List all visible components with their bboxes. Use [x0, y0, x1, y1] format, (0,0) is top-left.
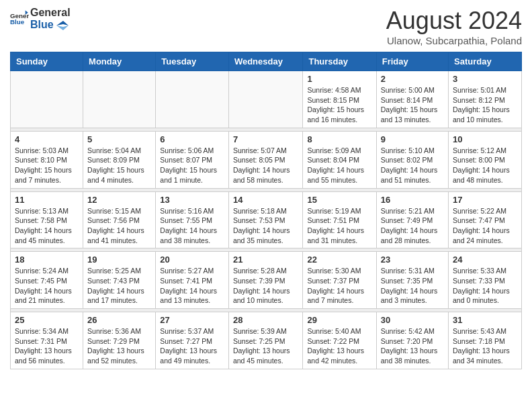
calendar-cell: 28Sunrise: 5:39 AMSunset: 7:25 PMDayligh… — [228, 312, 303, 369]
day-info: Sunrise: 5:30 AMSunset: 7:37 PMDaylight:… — [307, 266, 371, 306]
day-number: 29 — [307, 315, 371, 325]
title-block: August 2024 Ulanow, Subcarpathia, Poland — [386, 7, 522, 46]
day-number: 1 — [307, 74, 371, 84]
day-info: Sunrise: 5:03 AMSunset: 8:10 PMDaylight:… — [15, 146, 79, 185]
day-number: 11 — [15, 195, 79, 205]
calendar-cell: 21Sunrise: 5:28 AMSunset: 7:39 PMDayligh… — [228, 252, 303, 309]
day-number: 8 — [307, 134, 371, 144]
calendar-cell: 2Sunrise: 5:00 AMSunset: 8:14 PMDaylight… — [376, 71, 448, 128]
svg-marker-4 — [56, 26, 69, 30]
day-number: 21 — [233, 255, 299, 265]
calendar-week-row: 25Sunrise: 5:34 AMSunset: 7:31 PMDayligh… — [11, 312, 522, 369]
calendar-cell: 25Sunrise: 5:34 AMSunset: 7:31 PMDayligh… — [11, 312, 83, 369]
calendar-cell: 23Sunrise: 5:31 AMSunset: 7:35 PMDayligh… — [376, 252, 448, 309]
day-info: Sunrise: 5:04 AMSunset: 8:09 PMDaylight:… — [87, 146, 151, 185]
calendar-cell: 8Sunrise: 5:09 AMSunset: 8:04 PMDaylight… — [303, 131, 376, 188]
calendar-week-row: 11Sunrise: 5:13 AMSunset: 7:58 PMDayligh… — [11, 191, 522, 248]
calendar-cell: 31Sunrise: 5:43 AMSunset: 7:18 PMDayligh… — [449, 312, 522, 369]
calendar-table: SundayMondayTuesdayWednesdayThursdayFrid… — [10, 52, 522, 369]
page-header: General Blue General Blue August 2024 Ul… — [10, 7, 522, 46]
weekday-header-row: SundayMondayTuesdayWednesdayThursdayFrid… — [11, 52, 522, 71]
calendar-cell: 30Sunrise: 5:42 AMSunset: 7:20 PMDayligh… — [376, 312, 448, 369]
day-number: 20 — [160, 255, 224, 265]
day-number: 26 — [87, 315, 151, 325]
weekday-header-saturday: Saturday — [449, 52, 522, 71]
calendar-cell: 29Sunrise: 5:40 AMSunset: 7:22 PMDayligh… — [303, 312, 376, 369]
day-number: 31 — [453, 315, 517, 325]
day-number: 27 — [160, 315, 224, 325]
day-info: Sunrise: 5:19 AMSunset: 7:51 PMDaylight:… — [307, 206, 371, 246]
calendar-cell: 16Sunrise: 5:21 AMSunset: 7:49 PMDayligh… — [376, 191, 448, 248]
day-number: 18 — [15, 255, 79, 265]
day-info: Sunrise: 5:01 AMSunset: 8:12 PMDaylight:… — [453, 85, 517, 125]
day-info: Sunrise: 5:00 AMSunset: 8:14 PMDaylight:… — [381, 85, 444, 125]
day-number: 13 — [160, 195, 224, 205]
day-info: Sunrise: 5:22 AMSunset: 7:47 PMDaylight:… — [453, 206, 517, 246]
day-info: Sunrise: 5:21 AMSunset: 7:49 PMDaylight:… — [381, 206, 444, 246]
calendar-cell: 27Sunrise: 5:37 AMSunset: 7:27 PMDayligh… — [156, 312, 229, 369]
calendar-week-row: 18Sunrise: 5:24 AMSunset: 7:45 PMDayligh… — [11, 252, 522, 309]
month-year-title: August 2024 — [386, 7, 522, 35]
day-number: 28 — [233, 315, 299, 325]
logo-general-text: General — [30, 7, 71, 19]
calendar-cell: 14Sunrise: 5:18 AMSunset: 7:53 PMDayligh… — [228, 191, 303, 248]
day-info: Sunrise: 5:31 AMSunset: 7:35 PMDaylight:… — [381, 266, 444, 306]
calendar-week-row: 4Sunrise: 5:03 AMSunset: 8:10 PMDaylight… — [11, 131, 522, 188]
day-info: Sunrise: 5:37 AMSunset: 7:27 PMDaylight:… — [160, 326, 224, 366]
calendar-cell: 11Sunrise: 5:13 AMSunset: 7:58 PMDayligh… — [11, 191, 83, 248]
day-info: Sunrise: 5:34 AMSunset: 7:31 PMDaylight:… — [15, 326, 79, 366]
calendar-cell: 10Sunrise: 5:12 AMSunset: 8:00 PMDayligh… — [449, 131, 522, 188]
logo-blue-text: Blue — [30, 19, 71, 31]
day-number: 23 — [381, 255, 444, 265]
calendar-cell: 4Sunrise: 5:03 AMSunset: 8:10 PMDaylight… — [11, 131, 83, 188]
day-info: Sunrise: 5:06 AMSunset: 8:07 PMDaylight:… — [160, 146, 224, 185]
calendar-cell: 9Sunrise: 5:10 AMSunset: 8:02 PMDaylight… — [376, 131, 448, 188]
svg-text:Blue: Blue — [10, 19, 25, 26]
calendar-cell: 15Sunrise: 5:19 AMSunset: 7:51 PMDayligh… — [303, 191, 376, 248]
day-number: 6 — [160, 134, 224, 144]
day-number: 15 — [307, 195, 371, 205]
calendar-cell: 5Sunrise: 5:04 AMSunset: 8:09 PMDaylight… — [83, 131, 156, 188]
day-number: 2 — [381, 74, 444, 84]
calendar-cell — [156, 71, 229, 128]
calendar-cell — [11, 71, 83, 128]
day-info: Sunrise: 5:33 AMSunset: 7:33 PMDaylight:… — [453, 266, 517, 306]
day-number: 9 — [381, 134, 444, 144]
svg-marker-3 — [56, 21, 69, 26]
day-info: Sunrise: 5:39 AMSunset: 7:25 PMDaylight:… — [233, 326, 299, 366]
day-info: Sunrise: 5:18 AMSunset: 7:53 PMDaylight:… — [233, 206, 299, 246]
day-number: 12 — [87, 195, 151, 205]
weekday-header-wednesday: Wednesday — [228, 52, 303, 71]
day-info: Sunrise: 5:13 AMSunset: 7:58 PMDaylight:… — [15, 206, 79, 246]
day-info: Sunrise: 5:15 AMSunset: 7:56 PMDaylight:… — [87, 206, 151, 246]
calendar-cell: 22Sunrise: 5:30 AMSunset: 7:37 PMDayligh… — [303, 252, 376, 309]
logo-bird-icon — [56, 21, 69, 30]
logo-icon: General Blue — [10, 9, 29, 28]
day-info: Sunrise: 5:12 AMSunset: 8:00 PMDaylight:… — [453, 146, 517, 185]
day-info: Sunrise: 5:42 AMSunset: 7:20 PMDaylight:… — [381, 326, 444, 366]
calendar-cell: 7Sunrise: 5:07 AMSunset: 8:05 PMDaylight… — [228, 131, 303, 188]
calendar-cell — [83, 71, 156, 128]
weekday-header-friday: Friday — [376, 52, 448, 71]
day-info: Sunrise: 5:10 AMSunset: 8:02 PMDaylight:… — [381, 146, 444, 185]
day-info: Sunrise: 5:07 AMSunset: 8:05 PMDaylight:… — [233, 146, 299, 185]
day-number: 30 — [381, 315, 444, 325]
day-number: 3 — [453, 74, 517, 84]
day-number: 24 — [453, 255, 517, 265]
calendar-cell: 17Sunrise: 5:22 AMSunset: 7:47 PMDayligh… — [449, 191, 522, 248]
day-number: 10 — [453, 134, 517, 144]
day-info: Sunrise: 5:25 AMSunset: 7:43 PMDaylight:… — [87, 266, 151, 306]
day-info: Sunrise: 5:27 AMSunset: 7:41 PMDaylight:… — [160, 266, 224, 306]
day-number: 19 — [87, 255, 151, 265]
calendar-cell: 12Sunrise: 5:15 AMSunset: 7:56 PMDayligh… — [83, 191, 156, 248]
weekday-header-monday: Monday — [83, 52, 156, 71]
calendar-cell: 26Sunrise: 5:36 AMSunset: 7:29 PMDayligh… — [83, 312, 156, 369]
calendar-cell: 18Sunrise: 5:24 AMSunset: 7:45 PMDayligh… — [11, 252, 83, 309]
calendar-cell: 1Sunrise: 4:58 AMSunset: 8:15 PMDaylight… — [303, 71, 376, 128]
day-info: Sunrise: 4:58 AMSunset: 8:15 PMDaylight:… — [307, 85, 371, 125]
day-info: Sunrise: 5:09 AMSunset: 8:04 PMDaylight:… — [307, 146, 371, 185]
day-number: 5 — [87, 134, 151, 144]
calendar-cell: 24Sunrise: 5:33 AMSunset: 7:33 PMDayligh… — [449, 252, 522, 309]
day-info: Sunrise: 5:16 AMSunset: 7:55 PMDaylight:… — [160, 206, 224, 246]
day-number: 17 — [453, 195, 517, 205]
